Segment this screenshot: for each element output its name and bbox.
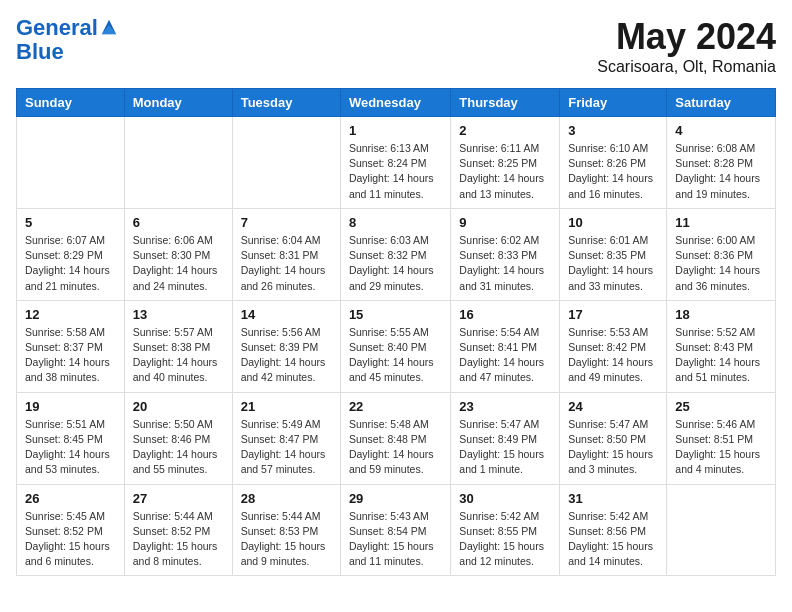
weekday-header: Friday xyxy=(560,89,667,117)
day-number: 11 xyxy=(675,215,767,230)
calendar-cell: 16Sunrise: 5:54 AMSunset: 8:41 PMDayligh… xyxy=(451,300,560,392)
calendar-cell: 23Sunrise: 5:47 AMSunset: 8:49 PMDayligh… xyxy=(451,392,560,484)
day-info: Sunrise: 5:47 AMSunset: 8:49 PMDaylight:… xyxy=(459,417,551,478)
calendar-cell: 19Sunrise: 5:51 AMSunset: 8:45 PMDayligh… xyxy=(17,392,125,484)
calendar-cell xyxy=(17,117,125,209)
day-info: Sunrise: 5:51 AMSunset: 8:45 PMDaylight:… xyxy=(25,417,116,478)
calendar-cell: 6Sunrise: 6:06 AMSunset: 8:30 PMDaylight… xyxy=(124,208,232,300)
day-info: Sunrise: 5:52 AMSunset: 8:43 PMDaylight:… xyxy=(675,325,767,386)
day-number: 19 xyxy=(25,399,116,414)
day-number: 31 xyxy=(568,491,658,506)
calendar-cell: 28Sunrise: 5:44 AMSunset: 8:53 PMDayligh… xyxy=(232,484,340,576)
day-info: Sunrise: 5:58 AMSunset: 8:37 PMDaylight:… xyxy=(25,325,116,386)
calendar-cell: 13Sunrise: 5:57 AMSunset: 8:38 PMDayligh… xyxy=(124,300,232,392)
calendar-cell: 30Sunrise: 5:42 AMSunset: 8:55 PMDayligh… xyxy=(451,484,560,576)
day-info: Sunrise: 6:02 AMSunset: 8:33 PMDaylight:… xyxy=(459,233,551,294)
calendar-week-row: 5Sunrise: 6:07 AMSunset: 8:29 PMDaylight… xyxy=(17,208,776,300)
day-number: 27 xyxy=(133,491,224,506)
day-number: 21 xyxy=(241,399,332,414)
calendar-cell: 22Sunrise: 5:48 AMSunset: 8:48 PMDayligh… xyxy=(340,392,450,484)
day-info: Sunrise: 5:43 AMSunset: 8:54 PMDaylight:… xyxy=(349,509,442,570)
day-info: Sunrise: 5:53 AMSunset: 8:42 PMDaylight:… xyxy=(568,325,658,386)
day-info: Sunrise: 5:48 AMSunset: 8:48 PMDaylight:… xyxy=(349,417,442,478)
day-info: Sunrise: 6:01 AMSunset: 8:35 PMDaylight:… xyxy=(568,233,658,294)
day-number: 28 xyxy=(241,491,332,506)
day-info: Sunrise: 5:54 AMSunset: 8:41 PMDaylight:… xyxy=(459,325,551,386)
day-number: 26 xyxy=(25,491,116,506)
day-info: Sunrise: 5:44 AMSunset: 8:52 PMDaylight:… xyxy=(133,509,224,570)
calendar-cell: 31Sunrise: 5:42 AMSunset: 8:56 PMDayligh… xyxy=(560,484,667,576)
calendar-cell: 4Sunrise: 6:08 AMSunset: 8:28 PMDaylight… xyxy=(667,117,776,209)
svg-marker-1 xyxy=(102,25,116,34)
calendar-cell: 27Sunrise: 5:44 AMSunset: 8:52 PMDayligh… xyxy=(124,484,232,576)
day-number: 13 xyxy=(133,307,224,322)
calendar-cell: 20Sunrise: 5:50 AMSunset: 8:46 PMDayligh… xyxy=(124,392,232,484)
day-info: Sunrise: 5:50 AMSunset: 8:46 PMDaylight:… xyxy=(133,417,224,478)
day-info: Sunrise: 5:56 AMSunset: 8:39 PMDaylight:… xyxy=(241,325,332,386)
month-title: May 2024 xyxy=(597,16,776,58)
day-info: Sunrise: 5:46 AMSunset: 8:51 PMDaylight:… xyxy=(675,417,767,478)
calendar-header-row: SundayMondayTuesdayWednesdayThursdayFrid… xyxy=(17,89,776,117)
day-number: 15 xyxy=(349,307,442,322)
day-info: Sunrise: 6:04 AMSunset: 8:31 PMDaylight:… xyxy=(241,233,332,294)
day-info: Sunrise: 5:44 AMSunset: 8:53 PMDaylight:… xyxy=(241,509,332,570)
day-info: Sunrise: 6:10 AMSunset: 8:26 PMDaylight:… xyxy=(568,141,658,202)
weekday-header: Sunday xyxy=(17,89,125,117)
calendar-week-row: 12Sunrise: 5:58 AMSunset: 8:37 PMDayligh… xyxy=(17,300,776,392)
day-number: 9 xyxy=(459,215,551,230)
day-info: Sunrise: 5:45 AMSunset: 8:52 PMDaylight:… xyxy=(25,509,116,570)
calendar-cell: 15Sunrise: 5:55 AMSunset: 8:40 PMDayligh… xyxy=(340,300,450,392)
day-info: Sunrise: 6:03 AMSunset: 8:32 PMDaylight:… xyxy=(349,233,442,294)
day-number: 2 xyxy=(459,123,551,138)
weekday-header: Wednesday xyxy=(340,89,450,117)
weekday-header: Thursday xyxy=(451,89,560,117)
day-info: Sunrise: 6:07 AMSunset: 8:29 PMDaylight:… xyxy=(25,233,116,294)
day-info: Sunrise: 5:55 AMSunset: 8:40 PMDaylight:… xyxy=(349,325,442,386)
calendar-cell: 7Sunrise: 6:04 AMSunset: 8:31 PMDaylight… xyxy=(232,208,340,300)
calendar-cell: 18Sunrise: 5:52 AMSunset: 8:43 PMDayligh… xyxy=(667,300,776,392)
day-info: Sunrise: 5:49 AMSunset: 8:47 PMDaylight:… xyxy=(241,417,332,478)
calendar-table: SundayMondayTuesdayWednesdayThursdayFrid… xyxy=(16,88,776,576)
day-number: 22 xyxy=(349,399,442,414)
day-number: 10 xyxy=(568,215,658,230)
day-number: 24 xyxy=(568,399,658,414)
day-number: 16 xyxy=(459,307,551,322)
calendar-cell: 14Sunrise: 5:56 AMSunset: 8:39 PMDayligh… xyxy=(232,300,340,392)
calendar-cell: 10Sunrise: 6:01 AMSunset: 8:35 PMDayligh… xyxy=(560,208,667,300)
calendar-cell xyxy=(124,117,232,209)
day-info: Sunrise: 5:47 AMSunset: 8:50 PMDaylight:… xyxy=(568,417,658,478)
day-number: 6 xyxy=(133,215,224,230)
day-number: 14 xyxy=(241,307,332,322)
calendar-week-row: 19Sunrise: 5:51 AMSunset: 8:45 PMDayligh… xyxy=(17,392,776,484)
logo-text-blue: Blue xyxy=(16,40,118,64)
day-number: 1 xyxy=(349,123,442,138)
calendar-cell: 29Sunrise: 5:43 AMSunset: 8:54 PMDayligh… xyxy=(340,484,450,576)
calendar-cell: 1Sunrise: 6:13 AMSunset: 8:24 PMDaylight… xyxy=(340,117,450,209)
calendar-cell: 25Sunrise: 5:46 AMSunset: 8:51 PMDayligh… xyxy=(667,392,776,484)
day-number: 23 xyxy=(459,399,551,414)
weekday-header: Monday xyxy=(124,89,232,117)
day-number: 3 xyxy=(568,123,658,138)
calendar-cell: 8Sunrise: 6:03 AMSunset: 8:32 PMDaylight… xyxy=(340,208,450,300)
day-info: Sunrise: 6:13 AMSunset: 8:24 PMDaylight:… xyxy=(349,141,442,202)
calendar-cell: 5Sunrise: 6:07 AMSunset: 8:29 PMDaylight… xyxy=(17,208,125,300)
calendar-cell: 24Sunrise: 5:47 AMSunset: 8:50 PMDayligh… xyxy=(560,392,667,484)
day-number: 29 xyxy=(349,491,442,506)
weekday-header: Tuesday xyxy=(232,89,340,117)
calendar-cell: 11Sunrise: 6:00 AMSunset: 8:36 PMDayligh… xyxy=(667,208,776,300)
day-number: 17 xyxy=(568,307,658,322)
logo-text: General xyxy=(16,16,98,40)
day-number: 30 xyxy=(459,491,551,506)
day-number: 25 xyxy=(675,399,767,414)
calendar-cell: 17Sunrise: 5:53 AMSunset: 8:42 PMDayligh… xyxy=(560,300,667,392)
day-info: Sunrise: 5:57 AMSunset: 8:38 PMDaylight:… xyxy=(133,325,224,386)
day-info: Sunrise: 6:06 AMSunset: 8:30 PMDaylight:… xyxy=(133,233,224,294)
calendar-cell: 21Sunrise: 5:49 AMSunset: 8:47 PMDayligh… xyxy=(232,392,340,484)
calendar-cell: 9Sunrise: 6:02 AMSunset: 8:33 PMDaylight… xyxy=(451,208,560,300)
title-block: May 2024 Scarisoara, Olt, Romania xyxy=(597,16,776,76)
calendar-cell: 3Sunrise: 6:10 AMSunset: 8:26 PMDaylight… xyxy=(560,117,667,209)
day-info: Sunrise: 6:00 AMSunset: 8:36 PMDaylight:… xyxy=(675,233,767,294)
day-number: 12 xyxy=(25,307,116,322)
day-number: 7 xyxy=(241,215,332,230)
calendar-cell: 12Sunrise: 5:58 AMSunset: 8:37 PMDayligh… xyxy=(17,300,125,392)
